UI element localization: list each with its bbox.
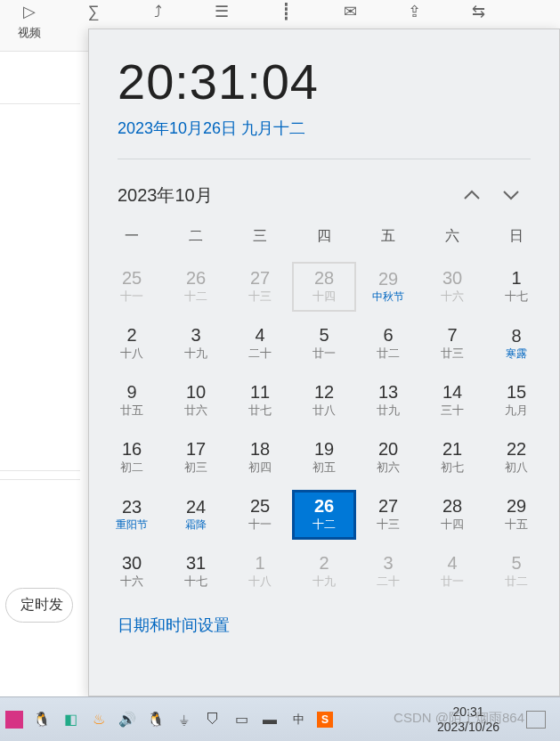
tray-clock-time: 20:31	[437, 704, 499, 720]
clock-date-lunar[interactable]: 2023年10月26日 九月十二	[118, 118, 531, 139]
day-number: 13	[378, 383, 398, 401]
calendar-day[interactable]: 14三十	[420, 376, 484, 426]
ribbon-item[interactable]: ┋	[271, 2, 301, 21]
day-lunar: 二十	[248, 346, 272, 362]
day-lunar: 十四	[441, 517, 464, 533]
calendar-day[interactable]: 24霜降	[164, 490, 228, 540]
day-number: 24	[186, 498, 206, 516]
calendar-day[interactable]: 26十二	[164, 262, 228, 312]
calendar-day[interactable]: 26十二	[292, 490, 356, 540]
calendar-day[interactable]: 2十九	[292, 547, 356, 597]
qq-icon[interactable]: 🐧	[32, 710, 52, 729]
day-number: 22	[507, 440, 526, 458]
calendar-next-button[interactable]	[491, 179, 531, 211]
calendar-day[interactable]: 16初二	[100, 433, 164, 483]
calendar-day[interactable]: 22初八	[484, 433, 548, 483]
ribbon-item[interactable]: ⇆	[463, 2, 493, 21]
notifications-button[interactable]	[526, 711, 546, 729]
day-lunar: 十七	[505, 289, 528, 305]
day-number: 1	[511, 269, 521, 287]
calendar-day[interactable]: 13廿九	[356, 376, 420, 426]
calendar-day[interactable]: 29中秋节	[356, 262, 420, 312]
taskbar-app-icon[interactable]	[5, 711, 23, 729]
ribbon-icon: ✉	[335, 2, 365, 21]
day-lunar: 三十	[441, 403, 464, 419]
calendar-day[interactable]: 4廿一	[420, 547, 484, 597]
puzzle-icon[interactable]: ◧	[61, 710, 80, 729]
day-number: 4	[447, 554, 457, 572]
tray-clock[interactable]: 20:31 2023/10/26	[428, 704, 508, 735]
calendar-month-label[interactable]: 2023年10月	[118, 183, 452, 208]
ribbon-item[interactable]: ☰	[207, 2, 237, 21]
day-lunar: 初四	[248, 460, 272, 476]
day-lunar: 十一	[120, 289, 143, 305]
calendar-day[interactable]: 17初三	[164, 433, 228, 483]
calendar-day[interactable]: 28十四	[292, 262, 356, 312]
calendar-day[interactable]: 8寒露	[484, 319, 548, 369]
ribbon-item[interactable]: ▷视频	[14, 2, 45, 41]
ribbon-item[interactable]: ∑	[78, 2, 109, 21]
calendar-day[interactable]: 2十八	[100, 319, 164, 369]
calendar-day[interactable]: 27十三	[228, 262, 292, 312]
calendar-day[interactable]: 31十七	[164, 547, 228, 597]
ribbon-item[interactable]: ⤴	[142, 2, 173, 21]
flame-icon[interactable]: ♨	[89, 710, 109, 729]
day-number: 23	[122, 498, 142, 516]
calendar-day[interactable]: 28十四	[420, 490, 484, 540]
calendar-day[interactable]: 5廿一	[292, 319, 356, 369]
calendar-day[interactable]: 6廿二	[356, 319, 420, 369]
calendar-day[interactable]: 27十三	[356, 490, 420, 540]
day-number: 3	[191, 326, 200, 344]
calendar-day[interactable]: 11廿七	[228, 376, 292, 426]
day-number: 4	[255, 326, 264, 344]
weekday-header: 六	[420, 222, 484, 255]
calendar-day[interactable]: 19初五	[292, 433, 356, 483]
calendar-day[interactable]: 18初四	[228, 433, 292, 483]
calendar-day[interactable]: 1十七	[484, 262, 548, 312]
tray-icon[interactable]: 🐧	[146, 710, 166, 729]
ribbon-label: 视频	[14, 25, 45, 41]
wifi-icon[interactable]: ⏚	[174, 710, 194, 729]
day-lunar: 初二	[120, 460, 143, 476]
day-number: 10	[186, 383, 206, 401]
battery-icon[interactable]: ▬	[260, 710, 280, 729]
day-number: 28	[442, 497, 462, 515]
day-number: 19	[314, 440, 334, 458]
day-lunar: 十九	[184, 346, 207, 362]
calendar-day[interactable]: 30十六	[100, 547, 164, 597]
ribbon-item[interactable]: ✉	[335, 2, 365, 21]
calendar-day[interactable]: 3二十	[356, 547, 420, 597]
calendar-day[interactable]: 4二十	[228, 319, 292, 369]
calendar-day[interactable]: 9廿五	[100, 376, 164, 426]
calendar-day[interactable]: 5廿二	[484, 547, 548, 597]
calendar-day[interactable]: 10廿六	[164, 376, 228, 426]
calendar-day[interactable]: 3十九	[164, 319, 228, 369]
calendar-day[interactable]: 20初六	[356, 433, 420, 483]
shield-icon[interactable]: ⛉	[203, 710, 223, 729]
calendar-day[interactable]: 15九月	[484, 376, 548, 426]
day-number: 2	[126, 326, 136, 344]
calendar-day[interactable]: 12廿八	[292, 376, 356, 426]
day-lunar: 廿九	[377, 403, 400, 419]
calendar-day[interactable]: 7廿三	[420, 319, 484, 369]
sogou-icon[interactable]: S	[317, 712, 333, 728]
calendar-day[interactable]: 1十八	[228, 547, 292, 597]
calendar-day[interactable]: 25十一	[228, 490, 292, 540]
day-lunar: 二十	[377, 574, 400, 590]
calendar-day[interactable]: 29十五	[484, 490, 548, 540]
ribbon-icon: ⇆	[463, 2, 493, 21]
datetime-settings-link[interactable]: 日期和时间设置	[89, 597, 559, 654]
desktop-icon[interactable]: ▭	[231, 710, 251, 729]
calendar-day[interactable]: 23重阳节	[100, 490, 164, 540]
ribbon-item[interactable]: ⇪	[399, 2, 429, 21]
calendar-day[interactable]: 21初七	[420, 433, 484, 483]
schedule-send-button[interactable]: 定时发	[5, 588, 73, 623]
calendar-day[interactable]: 30十六	[420, 262, 484, 312]
day-lunar: 寒露	[506, 346, 527, 362]
volume-icon[interactable]: 🔊	[118, 710, 137, 729]
day-lunar: 十九	[312, 574, 336, 590]
day-number: 30	[442, 269, 462, 287]
calendar-prev-button[interactable]	[452, 179, 491, 211]
calendar-day[interactable]: 25十一	[100, 262, 164, 312]
ime-icon[interactable]: 中	[288, 710, 308, 729]
